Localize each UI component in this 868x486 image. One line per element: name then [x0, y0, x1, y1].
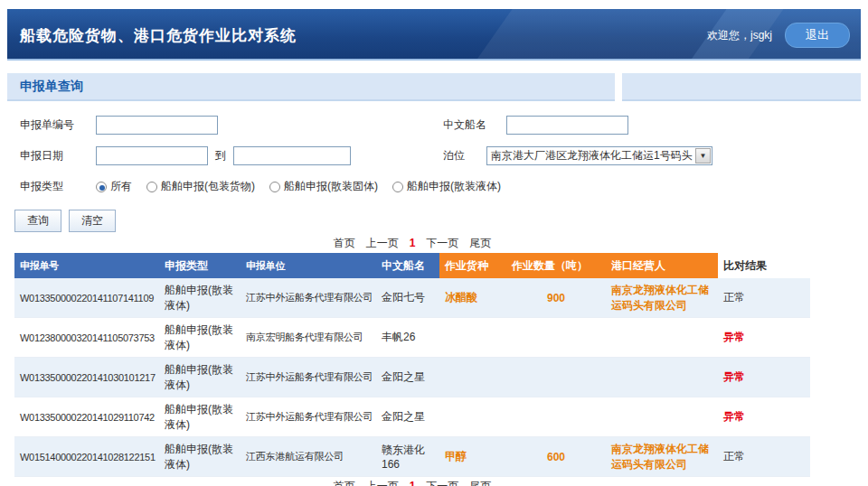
- radio-option-bulk-liquid[interactable]: 船舶申报(散装液体): [392, 179, 501, 194]
- cell-declaration-type: 船舶申报(散装液体): [159, 360, 241, 396]
- date-range-group: 申报日期 到: [20, 146, 351, 165]
- cell-compare-result: 异常: [718, 367, 808, 388]
- declaration-type-group: 申报类型 所有 船舶申报(包装货物) 船舶申报(散装固体) 船舶申报(散装液体): [20, 179, 515, 194]
- results-table: 申报单号 申报类型 申报单位 中文船名 作业货种 作业数量（吨） 港口经营人 比…: [14, 253, 810, 477]
- dropdown-arrow-icon[interactable]: ▼: [695, 148, 711, 164]
- radio-circle-icon[interactable]: [269, 182, 280, 192]
- page: 船载危险货物、港口危货作业比对系统 欢迎您，jsgkj 退出 申报单查询 申报单…: [0, 0, 868, 486]
- radio-option-label[interactable]: 船舶申报(包装货物): [161, 179, 255, 194]
- app-title: 船载危险货物、港口危货作业比对系统: [20, 25, 297, 46]
- cell-declaring-unit: 江苏中外运船务代理有限公司: [241, 407, 376, 426]
- table-header-declaration-no: 申报单号: [14, 253, 159, 278]
- radio-option-label[interactable]: 船舶申报(散装液体): [407, 179, 501, 194]
- declaration-type-label: 申报类型: [20, 179, 96, 194]
- cell-ship-name: 金阳七号: [376, 287, 439, 308]
- cell-port-operator: 南京龙翔液体化工储运码头有限公司: [606, 280, 718, 316]
- query-form: 申报单编号 中文船名 申报日期 到 泊位 南京港大厂港区龙翔液体化工储运1号码头…: [7, 107, 861, 235]
- radio-circle-icon[interactable]: [146, 182, 157, 192]
- cell-declaration-no: W015140000220141028122151: [14, 449, 159, 465]
- header-right: 欢迎您，jsgkj 退出: [707, 23, 850, 48]
- pagination-last[interactable]: 尾页: [469, 237, 491, 249]
- pagination-top: 首页上一页1下一页尾页: [14, 236, 810, 251]
- date-label: 申报日期: [20, 148, 96, 164]
- pagination-prev[interactable]: 上一页: [366, 237, 399, 249]
- section-bar-side: [622, 73, 861, 101]
- cell-ship-name: 金阳之星: [376, 407, 439, 427]
- table-row[interactable]: W013350000220141030101217 船舶申报(散装液体) 江苏中…: [14, 358, 810, 397]
- cell-compare-result: 异常: [718, 407, 808, 427]
- radio-option-bulk-solid[interactable]: 船舶申报(散装固体): [269, 179, 378, 194]
- section-bar-main: 申报单查询: [7, 73, 615, 101]
- radio-option-label[interactable]: 所有: [110, 179, 132, 194]
- form-buttons: 查询 清空: [14, 210, 123, 232]
- pagination-prev[interactable]: 上一页: [366, 480, 399, 486]
- berth-select[interactable]: 南京港大厂港区龙翔液体化工储运1号码头 ▼: [486, 146, 712, 165]
- table-header-ship-name: 中文船名: [376, 253, 439, 278]
- logout-button[interactable]: 退出: [785, 23, 850, 48]
- radio-option-label[interactable]: 船舶申报(散装固体): [284, 179, 378, 194]
- radio-option-packaged[interactable]: 船舶申报(包装货物): [146, 179, 255, 194]
- cell-declaring-unit: 南京宏明船务代理有限公司: [241, 328, 376, 347]
- cell-compare-result: 正常: [718, 287, 808, 308]
- clear-button[interactable]: 清空: [69, 210, 116, 232]
- pagination-last[interactable]: 尾页: [469, 480, 491, 486]
- pagination-first[interactable]: 首页: [334, 480, 355, 486]
- table-row[interactable]: W013350000220141107141109 船舶申报(散装液体) 江苏中…: [14, 278, 810, 318]
- cell-declaration-no: W012380000320141105073753: [14, 330, 159, 346]
- cell-ship-name: 赣东港化166: [376, 440, 439, 473]
- pagination-bottom: 首页上一页1下一页尾页: [14, 479, 810, 486]
- radio-circle-icon[interactable]: [96, 182, 107, 192]
- declaration-no-input[interactable]: [96, 116, 218, 135]
- cell-cargo-type: [439, 375, 506, 380]
- app-header: 船载危险货物、港口危货作业比对系统 欢迎您，jsgkj 退出: [7, 9, 861, 61]
- table-header-row: 申报单号 申报类型 申报单位 中文船名 作业货种 作业数量（吨） 港口经营人 比…: [14, 253, 810, 278]
- cell-quantity: 600: [506, 448, 606, 466]
- date-from-input[interactable]: [96, 146, 208, 165]
- table-header-compare-result: 比对结果: [718, 253, 808, 278]
- cell-declaration-type: 船舶申报(散装液体): [159, 280, 241, 316]
- cell-declaration-type: 船舶申报(散装液体): [159, 399, 241, 435]
- cell-quantity: [506, 335, 606, 341]
- table-header-declaration-type: 申报类型: [159, 253, 241, 278]
- cell-cargo-type: 甲醇: [439, 446, 506, 467]
- radio-option-all[interactable]: 所有: [96, 179, 132, 194]
- ship-name-group: 中文船名: [443, 116, 628, 135]
- cell-quantity: [506, 375, 606, 380]
- berth-selected-value: 南京港大厂港区龙翔液体化工储运1号码头: [487, 148, 695, 164]
- cell-port-operator: 南京龙翔液体化工储运码头有限公司: [606, 439, 718, 475]
- cell-ship-name: 金阳之星: [376, 367, 439, 388]
- table-row[interactable]: W012380000320141105073753 船舶申报(散装液体) 南京宏…: [14, 318, 810, 358]
- cell-compare-result: 正常: [718, 446, 808, 467]
- date-to-input[interactable]: [233, 146, 351, 165]
- page-title: 申报单查询: [7, 79, 83, 95]
- cell-declaring-unit: 江苏中外运船务代理有限公司: [241, 288, 376, 307]
- cell-declaration-type: 船舶申报(散装液体): [159, 439, 241, 475]
- cell-declaration-type: 船舶申报(散装液体): [159, 320, 241, 356]
- pagination-next[interactable]: 下一页: [426, 237, 458, 249]
- table-row[interactable]: W015140000220141028122151 船舶申报(散装液体) 江西东…: [14, 437, 810, 477]
- table-row[interactable]: W013350000220141029110742 船舶申报(散装液体) 江苏中…: [14, 397, 810, 437]
- table-header-quantity: 作业数量（吨）: [506, 253, 606, 278]
- cell-cargo-type: [439, 335, 506, 341]
- radio-circle-icon[interactable]: [392, 182, 403, 192]
- ship-name-input[interactable]: [506, 116, 628, 135]
- cell-compare-result: 异常: [718, 327, 808, 348]
- cell-port-operator: [606, 415, 718, 420]
- declaration-no-group: 申报单编号: [20, 116, 218, 135]
- cell-declaring-unit: 江西东港航运有限公司: [241, 447, 376, 466]
- cell-declaration-no: W013350000220141107141109: [14, 290, 159, 306]
- cell-ship-name: 丰帆26: [376, 327, 439, 348]
- declaration-no-label: 申报单编号: [20, 117, 96, 133]
- cell-port-operator: [606, 335, 718, 341]
- pagination-current-page: 1: [410, 480, 416, 486]
- cell-port-operator: [606, 375, 718, 380]
- cell-quantity: 900: [506, 289, 606, 307]
- berth-group: 泊位 南京港大厂港区龙翔液体化工储运1号码头 ▼: [443, 146, 712, 165]
- cell-cargo-type: 冰醋酸: [439, 287, 506, 308]
- date-to-word: 到: [215, 148, 226, 164]
- cell-cargo-type: [439, 415, 506, 420]
- pagination-first[interactable]: 首页: [334, 237, 355, 249]
- query-button[interactable]: 查询: [14, 210, 61, 232]
- pagination-next[interactable]: 下一页: [426, 480, 458, 486]
- table-header-port-operator: 港口经营人: [606, 253, 718, 278]
